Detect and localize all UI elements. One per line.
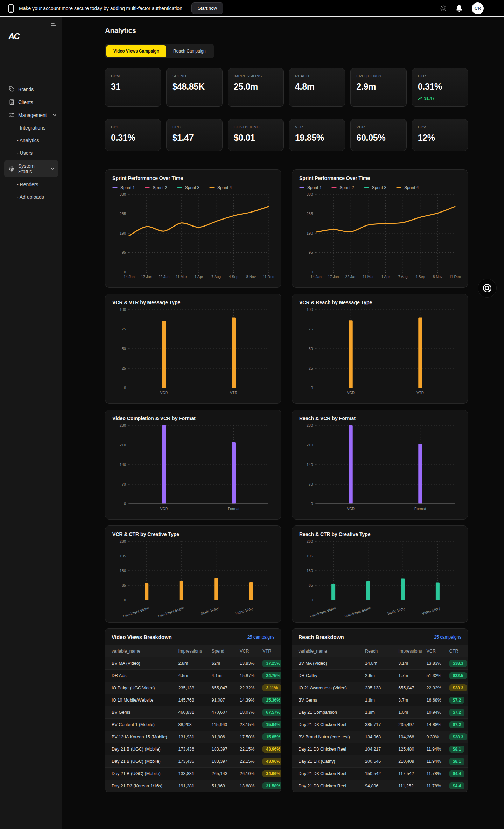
status-badge: 43.96% xyxy=(262,746,281,753)
svg-text:210: 210 xyxy=(307,443,313,447)
chart-plot-area: 070140210280VCRFormat xyxy=(112,423,274,514)
kpi-trend: $1.47 xyxy=(418,96,462,101)
chart-title: VCR & CTR by Creative Type xyxy=(112,531,274,537)
svg-text:4 Sep: 4 Sep xyxy=(229,274,239,279)
table-title: Reach Breakdown xyxy=(299,634,344,640)
sidebar-item-renders[interactable]: - Renders xyxy=(0,178,62,191)
chart-plot-area: 0255075100VCRVTR xyxy=(299,307,461,398)
svg-text:75: 75 xyxy=(309,327,313,331)
kpi-card-vtr: VTR19.85% xyxy=(289,119,345,151)
gear-icon xyxy=(8,166,15,172)
banner-message: Make your account more secure today by a… xyxy=(19,6,182,11)
main-content: Analytics Video Views Campaign Reach Cam… xyxy=(62,17,504,829)
table-row: DR Ads4.5m4.1m15.87%24.75% xyxy=(105,670,281,682)
user-avatar[interactable]: CR xyxy=(472,2,484,14)
svg-text:0: 0 xyxy=(311,270,313,274)
kpi-card-spend: SPEND$48.85K xyxy=(166,68,222,107)
svg-text:17 Jan: 17 Jan xyxy=(141,274,152,279)
svg-text:11 Mar: 11 Mar xyxy=(363,274,374,279)
svg-text:11 Dec: 11 Dec xyxy=(449,274,461,279)
table-row: Day 21 D3 Chicken Reel150,542117,54211.7… xyxy=(292,768,468,780)
help-lifebuoy-button[interactable] xyxy=(478,279,496,297)
svg-text:4 Sep: 4 Sep xyxy=(415,274,425,279)
kpi-value: $1.47 xyxy=(172,133,216,143)
chart-plot-area: 0255075100VCRVTR xyxy=(112,307,274,398)
kpi-card-ctr: CTR0.31%$1.47 xyxy=(412,68,468,107)
svg-text:260: 260 xyxy=(307,539,313,543)
svg-text:140: 140 xyxy=(307,462,313,467)
column-header: VCR xyxy=(233,645,256,657)
sidebar-item-integrations[interactable]: - Integrations xyxy=(0,121,62,134)
table-row: Day 21 B (UGC) (Mobile)173,436183,39722.… xyxy=(105,743,281,755)
status-badge: $38.3 xyxy=(449,684,467,691)
table-row: IO Paige (UGC Video)235,138655,04722.32%… xyxy=(105,682,281,694)
sidebar-item-label: - Users xyxy=(17,150,33,156)
chart-plot-area: 070140210280VCRFormat xyxy=(299,423,461,514)
status-badge: $8.1 xyxy=(449,758,464,765)
campaigns-count-link[interactable]: 25 campaigns xyxy=(247,635,275,640)
table-row: Day 21 B (UGC) (Mobile)133,831265,14326.… xyxy=(105,768,281,780)
table-card-video-views-breakdown: Video Views Breakdown25 campaignsvariabl… xyxy=(105,628,281,792)
svg-text:1 Apr: 1 Apr xyxy=(381,274,390,279)
table-row: BV 12 IA Korean 15 (Mobile)131,93181,906… xyxy=(105,731,281,743)
sidebar-item-label: - Renders xyxy=(17,182,38,187)
table-row: BV Brand Nutra (core test)134,968104,268… xyxy=(292,731,468,743)
sidebar-item-users[interactable]: - Users xyxy=(0,147,62,159)
legend-item: Sprint 4 xyxy=(209,185,232,190)
svg-text:7 Aug: 7 Aug xyxy=(398,274,408,279)
column-header: VCR xyxy=(420,645,443,657)
sidebar-item-system-status[interactable]: System Status xyxy=(4,160,58,177)
table-row: BV Content 1 (Mobile)88,208115,96028.15%… xyxy=(105,719,281,731)
svg-text:Video Story: Video Story xyxy=(235,606,254,615)
column-header: variable_name xyxy=(105,645,172,657)
svg-text:7 Aug: 7 Aug xyxy=(211,274,221,279)
kpi-card-cpc: CPC$1.47 xyxy=(166,119,222,151)
status-badge: 31.58% xyxy=(262,782,281,789)
tab-reach-campaign[interactable]: Reach Campaign xyxy=(166,45,213,57)
svg-text:0: 0 xyxy=(124,386,126,390)
notifications-bell-icon[interactable] xyxy=(456,5,463,12)
svg-text:50: 50 xyxy=(122,347,126,351)
svg-text:380: 380 xyxy=(307,192,313,196)
svg-text:Video Story: Video Story xyxy=(421,606,441,615)
svg-text:70: 70 xyxy=(309,482,313,486)
svg-text:25: 25 xyxy=(122,366,126,370)
kpi-label: CTR xyxy=(418,74,462,78)
kpi-card-cpv: CPV12% xyxy=(412,119,468,151)
collapse-sidebar-icon[interactable] xyxy=(50,21,57,27)
table-title: Video Views Breakdown xyxy=(112,634,172,640)
svg-text:280: 280 xyxy=(120,423,126,427)
tab-video-views-campaign[interactable]: Video Views Campaign xyxy=(106,45,166,57)
column-header: CTR xyxy=(443,645,468,657)
sidebar-item-label: Clients xyxy=(18,99,33,105)
status-badge: $7.2 xyxy=(449,721,464,728)
kpi-label: VTR xyxy=(295,125,339,129)
chart-plot-area: 09519028538014 Jan17 Jan22 Jan11 Mar1 Ap… xyxy=(299,191,461,282)
sidebar-item-analytics[interactable]: - Analytics xyxy=(0,134,62,147)
column-header: Impressions xyxy=(392,645,420,657)
sidebar-item-ad-uploads[interactable]: - Ad uploads xyxy=(0,191,62,203)
sidebar-item-management[interactable]: Management xyxy=(0,109,62,121)
status-badge: $7.2 xyxy=(449,709,464,716)
campaigns-count-link[interactable]: 25 campaigns xyxy=(434,635,461,640)
svg-text:0: 0 xyxy=(311,386,313,390)
building-icon xyxy=(8,99,15,105)
chart-card-sprint-performance-right: Sprint Performance Over TimeSprint 1Spri… xyxy=(292,169,468,288)
theme-toggle-sun-icon[interactable] xyxy=(440,5,447,12)
start-now-button[interactable]: Start now xyxy=(191,2,223,14)
svg-text:100: 100 xyxy=(120,307,126,312)
svg-text:Format: Format xyxy=(414,507,426,511)
sidebar-item-clients[interactable]: Clients xyxy=(0,96,62,109)
svg-text:285: 285 xyxy=(120,211,126,216)
page-title: Analytics xyxy=(105,27,468,35)
legend-item: Sprint 1 xyxy=(112,185,135,190)
kpi-row-2: CPC0.31%CPC$1.47COSTBOUNCE$0.01VTR19.85%… xyxy=(105,119,468,151)
chart-card-sprint-performance-left: Sprint Performance Over TimeSprint 1Spri… xyxy=(105,169,281,288)
column-header: variable_name xyxy=(292,645,359,657)
column-header: Spend xyxy=(205,645,233,657)
table-row: Day 21 D3 Chicken Reel104,217125,48011.9… xyxy=(292,743,468,755)
sidebar-item-brands[interactable]: Brands xyxy=(0,83,62,96)
chart-card-reach-vcr-format: Reach & VCR by Format070140210280VCRForm… xyxy=(292,410,468,520)
chart-plot-area: 065130195260Low-intent VideoLow-intent S… xyxy=(112,538,274,617)
column-header: Reach xyxy=(359,645,392,657)
